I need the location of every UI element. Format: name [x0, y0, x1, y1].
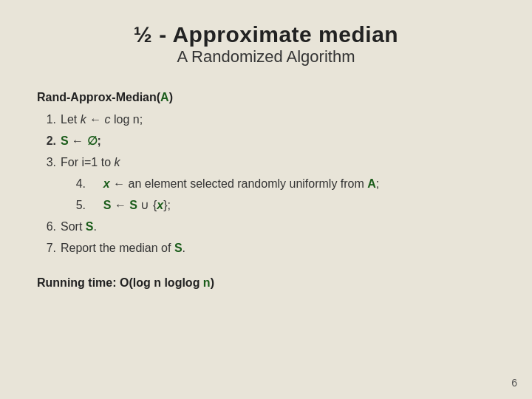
- slide: ½ - Approximate median A Randomized Algo…: [0, 0, 532, 399]
- step-1-text: Let k ← c log n;: [61, 109, 143, 130]
- step-6-text: Sort S.: [61, 216, 97, 237]
- step-1-num: 1.: [37, 109, 56, 130]
- step-3: 3. For i=1 to k: [37, 152, 495, 173]
- title-block: ½ - Approximate median A Randomized Algo…: [37, 22, 495, 66]
- step-7: 7. Report the median of S.: [37, 238, 495, 259]
- algo-param: A: [160, 91, 169, 103]
- step-4-text: x ← an element selected randomly uniform…: [90, 174, 379, 194]
- step-5: 5. S ← S ∪ {x};: [66, 195, 495, 216]
- running-time: Running time: O(log n loglog n): [37, 276, 495, 290]
- step-5-num: 5.: [66, 195, 86, 216]
- algo-name-prefix: Rand-Approx-Median(: [37, 91, 160, 103]
- step-7-text: Report the median of S.: [61, 238, 185, 259]
- step-7-num: 7.: [37, 238, 56, 259]
- main-title: ½ - Approximate median: [37, 22, 495, 47]
- step-2-text: S ← ∅;: [61, 131, 101, 151]
- step-3-num: 3.: [37, 152, 56, 173]
- step-5-text: S ← S ∪ {x};: [90, 195, 171, 216]
- sub-title: A Randomized Algorithm: [37, 47, 495, 66]
- step-4-num: 4.: [66, 174, 86, 194]
- step-2-num: 2.: [37, 131, 56, 151]
- step-2: 2. S ← ∅;: [37, 131, 495, 151]
- algo-name: Rand-Approx-Median(A): [37, 87, 495, 108]
- step-3-text: For i=1 to k: [61, 152, 120, 173]
- step-1: 1. Let k ← c log n;: [37, 109, 495, 130]
- algo-name-suffix: ): [169, 91, 173, 103]
- page-number: 6: [511, 377, 517, 389]
- step-6-num: 6.: [37, 216, 56, 237]
- step-4: 4. x ← an element selected randomly unif…: [66, 174, 495, 194]
- algorithm-content: Rand-Approx-Median(A) 1. Let k ← c log n…: [37, 87, 495, 259]
- step-6: 6. Sort S.: [37, 216, 495, 237]
